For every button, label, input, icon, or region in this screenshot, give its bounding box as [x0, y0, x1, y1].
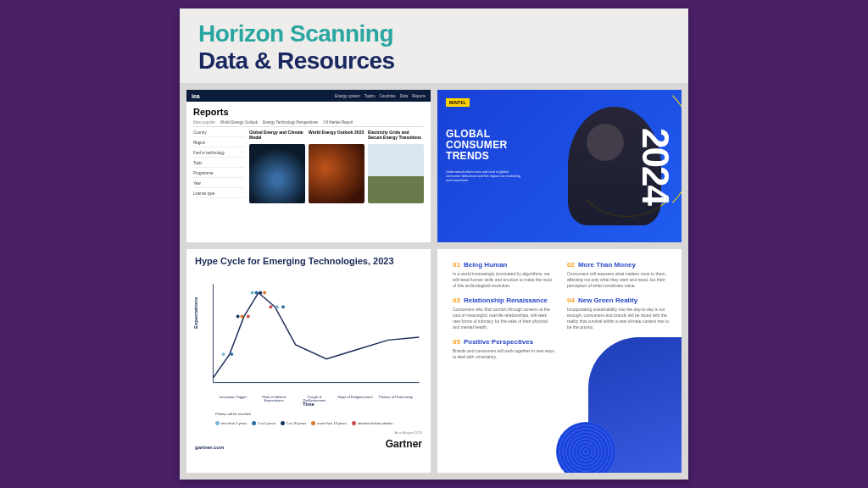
phase: Plateau of Productivity: [378, 396, 414, 403]
report-card[interactable]: World Energy Outlook 2023: [309, 130, 364, 203]
iea-body: Reports Most popular World Energy Outloo…: [186, 102, 431, 208]
trend-name: Positive Perspectives: [464, 338, 533, 346]
svg-point-12: [275, 305, 279, 308]
mintel-year: 2024: [634, 128, 676, 204]
nav-item[interactable]: Reports: [412, 94, 426, 98]
legend-text: 5 to 10 years: [287, 421, 306, 425]
chart-legend: Plateau will be reached: less than 2 yea…: [195, 412, 422, 435]
trend-num: 05: [453, 338, 460, 346]
nav-item[interactable]: Countries: [379, 94, 395, 98]
svg-point-7: [251, 291, 254, 295]
report-card[interactable]: Global Energy and Climate Model: [249, 130, 305, 203]
report-thumb: [368, 144, 424, 203]
trend-desc: Consumers who find comfort through scree…: [453, 307, 555, 330]
iea-report-list: Global Energy and Climate Model World En…: [249, 130, 424, 203]
filter[interactable]: Topic: [193, 161, 244, 168]
svg-point-10: [263, 291, 266, 295]
mintel-title: GLOBAL CONSUMER TRENDS: [446, 129, 551, 163]
tab[interactable]: Oil Market Report: [323, 120, 353, 125]
legend-item: 5 to 10 years: [281, 421, 306, 425]
nav-item[interactable]: Topics: [364, 94, 376, 98]
legend-item: 2 to 5 years: [252, 421, 275, 425]
filter[interactable]: Year: [193, 181, 244, 188]
tab[interactable]: Energy Technology Perspectives: [263, 120, 318, 125]
legend-text: more than 10 years: [317, 421, 346, 425]
report-card[interactable]: Electricity Grids and Secure Energy Tran…: [368, 130, 424, 203]
trends-card[interactable]: 01Being Human In a world increasingly do…: [437, 249, 682, 473]
iea-logo: iea: [192, 93, 200, 99]
trend-name: Relationship Renaissance: [464, 297, 548, 304]
iea-navbar: iea Energy system Topics Countries Data …: [186, 90, 431, 102]
legend-text: 2 to 5 years: [258, 421, 275, 425]
hype-cycle-chart: Expectations Innovation Trigger Peak of …: [195, 269, 422, 405]
gartner-title: Hype Cycle for Emerging Technologies, 20…: [195, 256, 422, 266]
filter[interactable]: Region: [193, 141, 244, 147]
trend-item: 01Being Human In a world increasingly do…: [453, 261, 555, 288]
report-title: World Energy Outlook 2023: [309, 130, 364, 144]
trend-num: 02: [567, 261, 575, 269]
phase: Trough of Disillusionment: [297, 396, 332, 403]
gartner-footer: gartner.com Gartner: [195, 438, 422, 450]
report-thumb: [249, 144, 305, 203]
trend-item: 05Positive Perspectives Brands and consu…: [453, 338, 555, 360]
report-title: Electricity Grids and Secure Energy Tran…: [368, 130, 424, 144]
legend-item: more than 10 years: [311, 421, 346, 425]
title-line-2: Data & Resources: [198, 47, 670, 75]
mintel-card[interactable]: MINTEL GLOBAL CONSUMER TRENDS Understand…: [437, 90, 682, 242]
gartner-card[interactable]: Hype Cycle for Emerging Technologies, 20…: [186, 249, 431, 473]
gartner-url[interactable]: gartner.com: [195, 445, 224, 450]
gartner-brand: Gartner: [386, 438, 422, 450]
tab[interactable]: World Energy Outlook: [220, 120, 258, 125]
report-thumb: [309, 144, 364, 203]
trend-num: 03: [453, 297, 460, 304]
svg-point-3: [230, 352, 233, 356]
legend-title: Plateau will be reached:: [215, 412, 422, 416]
iea-filters: Country Region Fuel or technology Topic …: [193, 130, 244, 203]
trend-name: More Than Money: [578, 261, 636, 269]
svg-point-6: [247, 314, 250, 318]
trend-item: 04New Green Reality Incorporating sustai…: [567, 297, 670, 330]
iea-page-title: Reports: [193, 107, 424, 117]
filter[interactable]: Licence type: [193, 191, 244, 198]
phase-labels: Innovation Trigger Peak of Inflated Expe…: [195, 396, 422, 403]
trend-num: 01: [453, 261, 460, 269]
svg-point-8: [255, 291, 259, 295]
filter[interactable]: Country: [193, 130, 244, 137]
filter[interactable]: Programme: [193, 171, 244, 178]
slide: Horizon Scanning Data & Resources iea En…: [180, 8, 688, 480]
iea-reports-card[interactable]: iea Energy system Topics Countries Data …: [186, 90, 431, 242]
trend-desc: Brands and consumers will work together …: [453, 348, 555, 360]
nav-item[interactable]: Data: [400, 94, 409, 98]
svg-point-13: [281, 305, 285, 308]
trend-item: 03Relationship Renaissance Consumers who…: [453, 297, 555, 330]
svg-point-4: [236, 314, 240, 318]
tab-label: Most popular: [193, 120, 215, 125]
nav-item[interactable]: Energy system: [335, 94, 360, 98]
legend-item: less than 2 years: [215, 421, 247, 425]
mintel-badge: MINTEL: [446, 98, 470, 107]
trend-desc: In a world increasingly dominated by alg…: [453, 271, 555, 288]
legend-item: obsolete before plateau: [352, 421, 393, 425]
report-title: Global Energy and Climate Model: [249, 130, 305, 144]
legend-text: obsolete before plateau: [358, 421, 393, 425]
card-grid: iea Energy system Topics Countries Data …: [180, 83, 688, 480]
chart-svg: [195, 269, 422, 405]
trend-item: 02More Than Money Consumers will reasses…: [567, 261, 670, 288]
trend-name: New Green Reality: [578, 297, 637, 304]
iea-tabs: Most popular World Energy Outlook Energy…: [193, 120, 424, 127]
mintel-subtitle: Understand what's new and next in global…: [446, 169, 522, 183]
y-axis-label: Expectations: [193, 297, 198, 329]
filter[interactable]: Fuel or technology: [193, 151, 244, 158]
svg-point-5: [240, 314, 243, 318]
phase: Slope of Enlightenment: [337, 396, 373, 403]
phase: Innovation Trigger: [215, 396, 251, 403]
svg-point-11: [270, 305, 273, 308]
mintel-title-3: TRENDS: [446, 151, 551, 162]
legend-text: less than 2 years: [221, 421, 247, 425]
svg-point-9: [259, 291, 262, 295]
legend-asof: As of August 2023: [395, 430, 422, 435]
trend-desc: Incorporating sustainability into the da…: [567, 307, 670, 330]
svg-point-2: [222, 352, 225, 356]
trend-name: Being Human: [464, 261, 508, 269]
mintel-graphic: 2024: [559, 90, 682, 242]
